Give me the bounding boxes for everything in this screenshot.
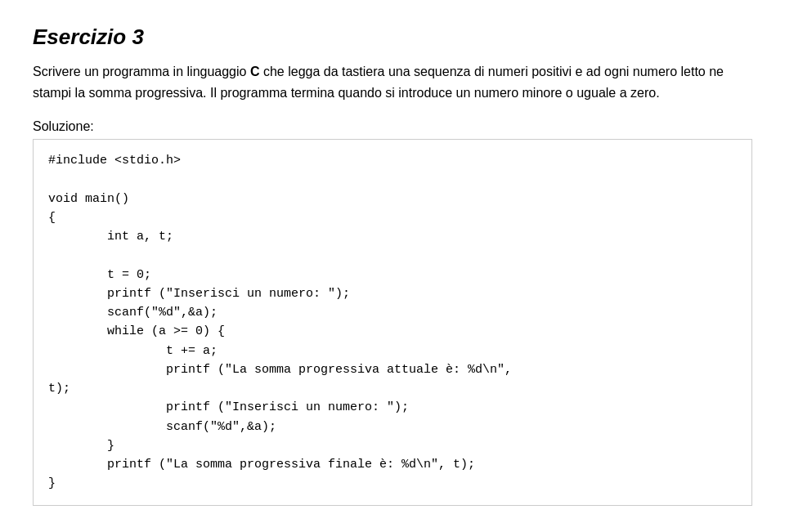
code-block: #include <stdio.h> void main() { int a, …: [33, 139, 752, 506]
description-bold: C: [250, 65, 260, 78]
page-title: Esercizio 3: [33, 25, 752, 50]
soluzione-label: Soluzione:: [33, 119, 752, 134]
description-text: Scrivere un programma in linguaggio C ch…: [33, 61, 736, 103]
description-part1: Scrivere un programma in linguaggio: [33, 65, 250, 78]
